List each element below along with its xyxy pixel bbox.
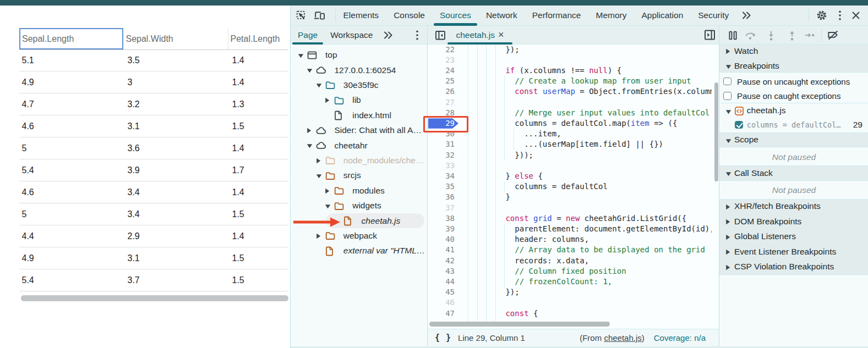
section-call-stack[interactable]: Call Stack: [719, 165, 868, 181]
table-row[interactable]: 5.43.71.5: [19, 269, 288, 291]
tree-item-sider-chat-with-all-a-[interactable]: Sider: Chat with all A…: [291, 123, 427, 138]
section-csp-violation-breakpoints[interactable]: CSP Violation Breakpoints: [719, 259, 868, 275]
code-line-38[interactable]: const grid = new cheetahGrid.ListGrid({: [468, 213, 712, 224]
tree-item-webpack[interactable]: webpack: [291, 228, 427, 243]
tab-memory[interactable]: Memory: [588, 5, 634, 26]
line-number[interactable]: 37: [428, 203, 455, 213]
pretty-print-icon[interactable]: { }: [435, 333, 451, 343]
deactivate-breakpoints-icon[interactable]: [826, 30, 839, 41]
line-number[interactable]: 38: [428, 213, 455, 224]
table-row[interactable]: 4.42.91.4: [19, 225, 288, 247]
code-line-24[interactable]: if (x.columns !== null) {: [468, 65, 712, 76]
line-number[interactable]: 26: [428, 86, 455, 97]
code-line-40[interactable]: header: columns,: [468, 234, 712, 245]
tab-console[interactable]: Console: [386, 5, 433, 26]
navigator-tab-page[interactable]: Page: [292, 26, 323, 45]
table-row[interactable]: 4.93.11.5: [19, 247, 288, 269]
tab-elements[interactable]: Elements: [336, 5, 386, 26]
tree-item-127.0.0.1-60254[interactable]: 127.0.0.1:60254: [291, 63, 427, 78]
code-line-25[interactable]: // Create a lookup map from user input: [468, 76, 712, 86]
tree-expand-icon[interactable]: [316, 174, 321, 179]
step-into-icon[interactable]: [766, 30, 777, 41]
tab-network[interactable]: Network: [478, 5, 525, 26]
tree-item-index.html[interactable]: index.html: [291, 108, 427, 123]
line-number[interactable]: 42: [428, 256, 455, 266]
step-icon[interactable]: [804, 30, 815, 41]
tree-expand-icon[interactable]: [307, 143, 312, 149]
breakpoint-file-group[interactable]: cheetah.js: [719, 103, 868, 119]
table-row[interactable]: 4.63.11.5: [19, 115, 288, 137]
line-number[interactable]: 41: [428, 245, 455, 255]
show-debugger-sidebar-icon[interactable]: [704, 29, 716, 41]
step-over-icon[interactable]: [745, 30, 756, 41]
table-row[interactable]: 53.61.4: [19, 137, 288, 159]
tab-security[interactable]: Security: [691, 5, 736, 26]
code-line-26[interactable]: const userMap = Object.fromEntries(x.col…: [468, 86, 712, 97]
section-breakpoints[interactable]: Breakpoints: [719, 58, 868, 74]
tab-performance[interactable]: Performance: [525, 5, 588, 26]
line-number[interactable]: 36: [428, 192, 455, 202]
tree-item-node-modules-che-[interactable]: node_modules/che…: [291, 153, 427, 168]
line-number[interactable]: 35: [428, 181, 455, 192]
navigator-tab-workspace[interactable]: Workspace: [325, 26, 378, 45]
navigator-menu-kebab-icon[interactable]: [415, 30, 419, 41]
pause-option[interactable]: Pause on caught exceptions: [719, 89, 868, 104]
code-line-36[interactable]: }: [468, 192, 712, 202]
code-line-32[interactable]: }));: [468, 150, 712, 161]
table-row[interactable]: 4.931.4: [19, 71, 288, 93]
tree-item-srcjs[interactable]: srcjs: [291, 168, 427, 183]
code-line-47[interactable]: const {: [468, 308, 712, 319]
inspect-element-icon[interactable]: [296, 10, 307, 21]
code-line-31[interactable]: ...(userMap[item.field] || {}): [468, 139, 712, 150]
line-number[interactable]: 22: [428, 45, 455, 55]
table-row[interactable]: 5.43.91.7: [19, 159, 288, 181]
code-line-22[interactable]: });: [468, 45, 712, 55]
line-number[interactable]: 40: [428, 234, 455, 245]
grid-horizontal-scrollbar-thumb[interactable]: [21, 295, 288, 301]
tree-item-modules[interactable]: modules: [291, 183, 427, 198]
line-number[interactable]: 33: [428, 161, 455, 171]
tree-expand-icon[interactable]: [307, 68, 312, 74]
pause-script-icon[interactable]: [727, 30, 738, 41]
line-number[interactable]: 47: [428, 308, 455, 319]
tree-expand-icon[interactable]: [316, 83, 321, 89]
tree-collapse-icon[interactable]: [325, 188, 330, 194]
line-number[interactable]: 39: [428, 224, 455, 234]
editor-vertical-scrollbar-thumb[interactable]: [714, 82, 718, 181]
checkbox-unchecked[interactable]: [723, 78, 731, 86]
section-event-listener-breakpoints[interactable]: Event Listener Breakpoints: [719, 244, 868, 259]
code-line-42[interactable]: records: x.data,: [468, 256, 712, 266]
table-row[interactable]: 53.41.5: [19, 203, 288, 225]
code-line-39[interactable]: parentElement: document.getElementById(i…: [468, 224, 712, 234]
line-number[interactable]: 34: [428, 171, 455, 181]
code-line-34[interactable]: } else {: [468, 171, 712, 181]
tree-item-external-var-html-[interactable]: external var "HTML…: [291, 244, 427, 258]
code-line-28[interactable]: // Merge user input values into defaultC…: [468, 108, 712, 118]
editor-horizontal-scrollbar-thumb[interactable]: [429, 322, 610, 327]
section-scope[interactable]: Scope: [719, 132, 868, 147]
tree-item-widgets[interactable]: widgets: [291, 198, 427, 213]
section-dom-breakpoints[interactable]: DOM Breakpoints: [719, 214, 868, 229]
column-header-Sepal.Width[interactable]: Sepal.Width: [126, 28, 173, 49]
tree-item-cheetahr[interactable]: cheetahr: [291, 138, 427, 153]
table-row[interactable]: 4.63.41.4: [19, 181, 288, 203]
devtools-menu-kebab-icon[interactable]: [837, 10, 843, 21]
tree-collapse-icon[interactable]: [307, 128, 312, 133]
line-number[interactable]: 45: [428, 287, 455, 297]
column-header-Petal.Length[interactable]: Petal.Length: [231, 28, 280, 49]
tree-collapse-icon[interactable]: [316, 233, 321, 239]
settings-gear-icon[interactable]: [816, 10, 827, 21]
table-row[interactable]: 5.13.51.4: [19, 49, 288, 71]
table-row[interactable]: 4.73.21.3: [19, 93, 288, 115]
source-origin-link[interactable]: cheetah.js: [604, 333, 641, 343]
tree-item-30e35f9c[interactable]: 30e35f9c: [291, 78, 427, 92]
line-number[interactable]: 25: [428, 76, 455, 86]
more-tabs-icon[interactable]: [741, 11, 752, 20]
section-watch[interactable]: Watch: [719, 45, 868, 59]
code-line-29[interactable]: columns = defaultCol.map(item => ({: [468, 118, 712, 129]
editor-tab-close-icon[interactable]: ×: [498, 29, 504, 41]
code-line-35[interactable]: columns = defaultCol: [468, 181, 712, 192]
tree-collapse-icon[interactable]: [316, 158, 321, 163]
column-header-Sepal.Length[interactable]: Sepal.Length: [19, 28, 123, 49]
line-number[interactable]: 32: [428, 150, 455, 161]
